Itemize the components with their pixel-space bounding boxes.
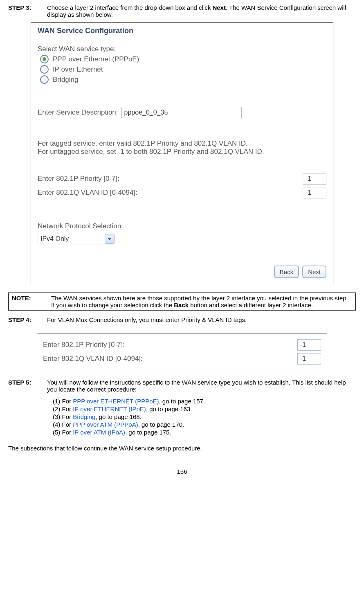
wan-config-panel: WAN Service Configuration Select WAN ser… [31, 22, 333, 285]
chevron-down-icon[interactable] [105, 234, 115, 244]
link-pppoe[interactable]: PPP over ETHERNET (PPPoE), [73, 398, 161, 405]
radio-ipoe-label: IP over Ethernet [53, 65, 103, 74]
note-text-bold: Back [174, 302, 189, 308]
service-desc-row: Enter Service Description: pppoe_0_0_35 [38, 107, 326, 118]
note-label: NOTE: [12, 295, 31, 302]
step-4: STEP 4: For VLAN Mux Connections only, y… [8, 316, 356, 323]
note-text-b: button and select a different layer 2 in… [189, 302, 313, 308]
tagged-line2: For untagged service, set -1 to both 802… [38, 148, 326, 156]
step-5-label: STEP 5: [8, 379, 47, 437]
link-pppoa[interactable]: PPP over ATM (PPPoA) [73, 421, 138, 428]
step-5-body: You will now follow the instructions spe… [47, 379, 356, 437]
step-4-body: For VLAN Mux Connections only, you must … [47, 316, 356, 323]
priority-row: Enter 802.1P Priority [0-7]: -1 [38, 173, 326, 185]
protocol-value: IPv4 Only [38, 235, 103, 243]
page-number: 156 [8, 468, 356, 475]
list-item: (5) For IP over ATM (IPoA), go to page 1… [53, 429, 356, 436]
link-bridging[interactable]: Bridging [73, 413, 95, 420]
step-3-label: STEP 3: [8, 4, 47, 18]
radio-bridge[interactable] [40, 75, 49, 84]
radio-pppoe[interactable] [40, 55, 49, 63]
vlan-panel: Enter 802.1P Priority [0-7]: -1 Enter 80… [37, 333, 327, 372]
next-button[interactable]: Next [302, 266, 326, 278]
priority-label-2: Enter 802.1P Priority [0-7]: [43, 341, 125, 349]
tagged-line1: For tagged service, enter valid 802.1P P… [38, 140, 326, 148]
radio-ipoe[interactable] [40, 65, 49, 74]
radio-ipoe-row[interactable]: IP over Ethernet [40, 65, 326, 74]
step-3-body: Choose a layer 2 interface from the drop… [47, 4, 356, 18]
step-3: STEP 3: Choose a layer 2 interface from … [8, 4, 356, 18]
link-ipoa[interactable]: IP over ATM (IPoA), [73, 429, 127, 436]
priority-input[interactable]: -1 [303, 173, 326, 185]
radio-pppoe-label: PPP over Ethernet (PPPoE) [53, 55, 139, 63]
radio-pppoe-row[interactable]: PPP over Ethernet (PPPoE) [40, 55, 326, 63]
priority-row-2: Enter 802.1P Priority [0-7]: -1 [43, 339, 321, 351]
protocol-select[interactable]: IPv4 Only [38, 233, 116, 245]
step5-list: (1) For PPP over ETHERNET (PPPoE), go to… [53, 398, 356, 436]
closing-text: The subsections that follow continue the… [8, 445, 356, 452]
step-5: STEP 5: You will now follow the instruct… [8, 379, 356, 437]
button-row: Back Next [38, 266, 326, 278]
link-ipoe[interactable]: IP over ETHERNET (IPoE), [73, 405, 148, 412]
list-item: (3) For Bridging, go to page 168. [53, 413, 356, 420]
step5-text: You will now follow the instructions spe… [47, 379, 346, 393]
wan-title: WAN Service Configuration [38, 27, 326, 35]
note-body: The WAN services shown here are those su… [48, 293, 356, 311]
back-button[interactable]: Back [274, 266, 299, 278]
step3-text-a: Choose a layer 2 interface from the drop… [47, 4, 212, 11]
vlan-input[interactable]: -1 [303, 187, 326, 198]
priority-input-2[interactable]: -1 [297, 339, 321, 351]
step3-text-bold: Next [212, 4, 226, 11]
list-item: (1) For PPP over ETHERNET (PPPoE), go to… [53, 398, 356, 405]
service-desc-label: Enter Service Description: [38, 108, 118, 117]
vlan-row-2: Enter 802.1Q VLAN ID [0-4094]: -1 [43, 353, 321, 365]
priority-label: Enter 802.1P Priority [0-7]: [38, 175, 119, 183]
note-box: NOTE: The WAN services shown here are th… [8, 293, 356, 311]
vlan-label: Enter 802.1Q VLAN ID [0-4094]: [38, 189, 137, 197]
wan-select-label: Select WAN service type: [38, 45, 326, 53]
step-4-label: STEP 4: [8, 316, 47, 323]
vlan-input-2[interactable]: -1 [297, 353, 321, 365]
service-desc-input[interactable]: pppoe_0_0_35 [121, 107, 242, 118]
radio-bridge-label: Bridging [53, 76, 78, 84]
list-item: (4) For PPP over ATM (PPPoA), go to page… [53, 421, 356, 428]
radio-bridge-row[interactable]: Bridging [40, 75, 326, 84]
list-item: (2) For IP over ETHERNET (IPoE), go to p… [53, 405, 356, 412]
vlan-row: Enter 802.1Q VLAN ID [0-4094]: -1 [38, 187, 326, 198]
protocol-label: Network Protocol Selection: [38, 222, 326, 230]
vlan-label-2: Enter 802.1Q VLAN ID [0-4094]: [43, 355, 143, 363]
